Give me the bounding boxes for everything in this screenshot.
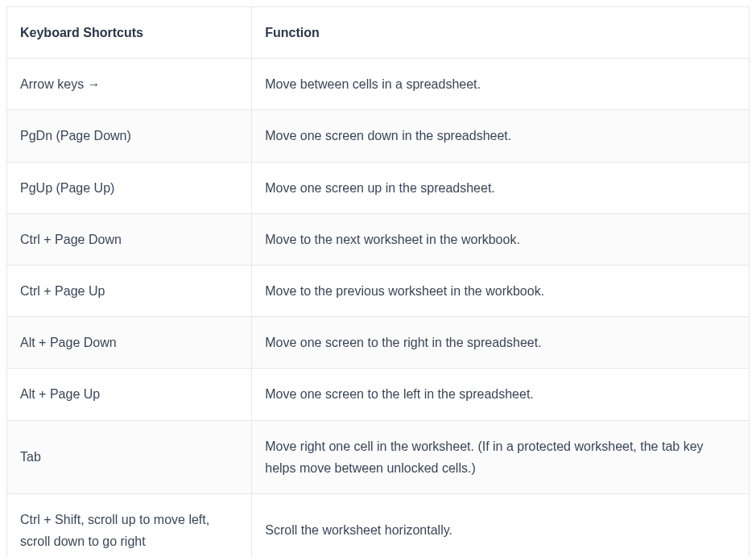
cell-shortcut: Arrow keys → <box>7 59 252 110</box>
table-row: Alt + Page UpMove one screen to the left… <box>7 369 750 420</box>
cell-function: Move one screen down in the spreadsheet. <box>252 110 750 162</box>
table-row: TabMove right one cell in the worksheet.… <box>7 420 750 493</box>
table-row: Alt + Page DownMove one screen to the ri… <box>7 317 750 369</box>
cell-shortcut: Ctrl + Page Down <box>7 213 252 265</box>
table-row: Ctrl + Page DownMove to the next workshe… <box>7 213 750 265</box>
cell-shortcut: Tab <box>7 420 252 493</box>
cell-function: Move to the next worksheet in the workbo… <box>252 213 750 265</box>
table-row: Arrow keys →Move between cells in a spre… <box>7 59 750 110</box>
cell-function: Move right one cell in the worksheet. (I… <box>252 420 750 493</box>
cell-function: Move one screen up in the spreadsheet. <box>252 162 750 213</box>
table-row: Ctrl + Page UpMove to the previous works… <box>7 265 750 316</box>
cell-function: Scroll the worksheet horizontally. <box>252 493 750 557</box>
cell-function: Move between cells in a spreadsheet. <box>252 59 750 110</box>
shortcuts-table: Keyboard Shortcuts Function Arrow keys →… <box>6 6 750 557</box>
table-row: PgDn (Page Down)Move one screen down in … <box>7 110 750 162</box>
cell-shortcut: Alt + Page Up <box>7 369 252 420</box>
header-shortcut: Keyboard Shortcuts <box>7 7 252 59</box>
table-row: PgUp (Page Up)Move one screen up in the … <box>7 162 750 213</box>
cell-shortcut: Alt + Page Down <box>7 317 252 369</box>
cell-shortcut: PgUp (Page Up) <box>7 162 252 213</box>
cell-shortcut: Ctrl + Page Up <box>7 265 252 316</box>
cell-function: Move to the previous worksheet in the wo… <box>252 265 750 316</box>
table-header-row: Keyboard Shortcuts Function <box>7 7 750 59</box>
cell-function: Move one screen to the left in the sprea… <box>252 369 750 420</box>
cell-function: Move one screen to the right in the spre… <box>252 317 750 369</box>
table-row: Ctrl + Shift, scroll up to move left, sc… <box>7 493 750 557</box>
cell-shortcut: Ctrl + Shift, scroll up to move left, sc… <box>7 493 252 557</box>
cell-shortcut: PgDn (Page Down) <box>7 110 252 162</box>
header-function: Function <box>252 7 750 59</box>
